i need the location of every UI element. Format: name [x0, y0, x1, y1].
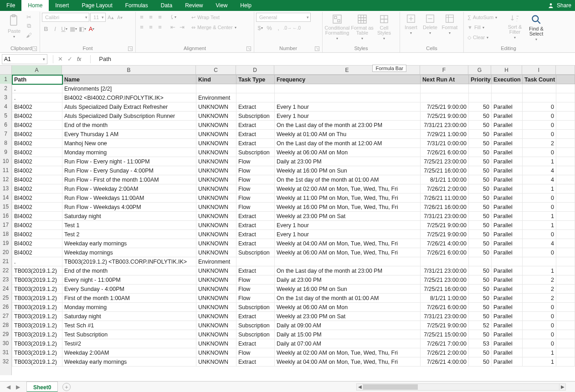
cell[interactable]: Extract: [236, 121, 275, 130]
cell[interactable]: 50: [469, 312, 492, 321]
cell[interactable]: Flow: [236, 184, 275, 193]
cell[interactable]: 2: [523, 294, 556, 303]
cell[interactable]: TB003(2019.1.2): [12, 275, 62, 285]
cell[interactable]: UNKNOWN: [196, 102, 236, 112]
cell[interactable]: 50: [469, 175, 492, 184]
cell[interactable]: Monday morning: [62, 303, 196, 312]
cell[interactable]: [236, 257, 275, 266]
row-header[interactable]: 2: [0, 84, 12, 93]
cell[interactable]: [523, 93, 556, 102]
cell[interactable]: UNKNOWN: [196, 294, 236, 303]
row-header[interactable]: 9: [0, 148, 12, 157]
cell[interactable]: Parallel: [492, 285, 523, 294]
font-size-combo[interactable]: 11: [90, 13, 106, 22]
cell[interactable]: Flow: [236, 166, 275, 175]
cell[interactable]: TB003(2019.1.2): [12, 321, 62, 330]
align-center-button[interactable]: ≡: [147, 23, 155, 31]
number-format-combo[interactable]: General: [256, 13, 311, 22]
cell[interactable]: TB003(2019.1.2): [12, 339, 62, 348]
cell[interactable]: UNKNOWN: [196, 239, 236, 248]
merge-center-button[interactable]: ⇔Merge & Center▾: [190, 23, 238, 32]
cell[interactable]: Extract: [236, 139, 275, 148]
row-header[interactable]: 15: [0, 202, 12, 211]
cell[interactable]: Flow: [236, 348, 275, 357]
cell[interactable]: .: [12, 257, 62, 266]
cell[interactable]: Every 1 hour: [275, 102, 421, 112]
increase-decimal-button[interactable]: .0→: [283, 24, 292, 32]
cell[interactable]: BI4002: [12, 212, 62, 221]
cell[interactable]: TB003(2019.1.2): [12, 357, 62, 367]
cell[interactable]: TB003(2019.1.2): [12, 266, 62, 275]
cell[interactable]: 50: [469, 112, 492, 121]
cell[interactable]: BI4002: [12, 203, 62, 212]
cell[interactable]: [492, 84, 523, 93]
cell[interactable]: 7/31/21 0:00:00: [421, 139, 469, 148]
cell[interactable]: 50: [469, 148, 492, 157]
cell[interactable]: Flow: [236, 203, 275, 212]
cell[interactable]: On the Last day of the month at 12:00 AM: [275, 139, 421, 148]
cell[interactable]: BI4002: [12, 184, 62, 193]
cell[interactable]: UNKNOWN: [196, 275, 236, 285]
menu-tab-home[interactable]: Home: [21, 0, 49, 11]
cell[interactable]: 50: [469, 139, 492, 148]
menu-tab-formulas[interactable]: Formulas: [119, 0, 154, 11]
cell[interactable]: Weekly at 06:00 AM on Mon, Tue, Wed, Thu…: [275, 248, 421, 257]
cell[interactable]: 0: [523, 148, 556, 157]
cell[interactable]: 8/1/21 1:00:00: [421, 175, 469, 184]
cell[interactable]: 50: [469, 239, 492, 248]
align-top-button[interactable]: ≡: [138, 13, 146, 21]
cell[interactable]: [275, 257, 421, 266]
cell[interactable]: Weekly at 01:00 AM on Thu: [275, 130, 421, 139]
cell[interactable]: 50: [469, 130, 492, 139]
cell[interactable]: 50: [469, 348, 492, 357]
menu-tab-view[interactable]: View: [210, 0, 234, 11]
decrease-indent-button[interactable]: ⇤: [169, 23, 177, 31]
conditional-formatting-button[interactable]: Conditional Formatting▾: [324, 13, 350, 41]
row-header[interactable]: 10: [0, 157, 12, 166]
menu-tab-insert[interactable]: Insert: [49, 0, 75, 11]
cell[interactable]: 7/26/21 6:00:00: [421, 248, 469, 257]
cell[interactable]: 0: [523, 312, 556, 321]
orientation-button[interactable]: ⤹▾: [169, 13, 177, 21]
cell[interactable]: UNKNOWN: [196, 248, 236, 257]
hscroll-right[interactable]: ▶: [559, 384, 565, 390]
cell[interactable]: [469, 84, 492, 93]
row-header[interactable]: 16: [0, 211, 12, 220]
cell[interactable]: On the Last day of the month at 23:00 PM: [275, 266, 421, 275]
cell[interactable]: BI4002 <BI4002.CORP.INFOLYTIK.IK>: [62, 93, 196, 102]
cell[interactable]: Subscription: [236, 303, 275, 312]
cell[interactable]: TB003(2019.1.2): [12, 330, 62, 339]
cell[interactable]: End of the month: [62, 121, 196, 130]
cell[interactable]: 7/26/21 2:00:00: [421, 348, 469, 357]
column-header-B[interactable]: B: [62, 66, 196, 74]
cell[interactable]: Subscription: [236, 112, 275, 121]
cell[interactable]: 50: [469, 230, 492, 239]
cell[interactable]: 0: [523, 339, 556, 348]
bold-button[interactable]: B: [42, 25, 50, 33]
header-cell[interactable]: Task Type: [236, 75, 275, 84]
cell[interactable]: Every 1 hour: [275, 112, 421, 121]
cell[interactable]: Extract: [236, 312, 275, 321]
cell[interactable]: [196, 84, 236, 93]
cell[interactable]: Daily at 23:00 PM: [275, 157, 421, 166]
cell[interactable]: Weekly at 04:00 AM on Mon, Tue, Wed, Thu…: [275, 239, 421, 248]
cell[interactable]: Daily at 07:00 AM: [275, 339, 421, 348]
row-header[interactable]: [0, 366, 12, 375]
cell[interactable]: 0: [523, 112, 556, 121]
cell[interactable]: [275, 93, 421, 102]
cell-styles-button[interactable]: Cell Styles▾: [375, 13, 394, 41]
menu-tab-data[interactable]: Data: [154, 0, 179, 11]
column-header-A[interactable]: A: [12, 66, 62, 74]
cell[interactable]: Weekly at 11:00 PM on Mon, Tue, Wed, Thu…: [275, 193, 421, 203]
cell[interactable]: BI4002: [12, 193, 62, 203]
cell[interactable]: Run Flow - First of the month 1:00AM: [62, 175, 196, 184]
cell[interactable]: Saturday night: [62, 212, 196, 221]
cell[interactable]: 7/25/21 9:00:00: [421, 112, 469, 121]
cell[interactable]: First of the month 1:00AM: [62, 294, 196, 303]
menu-tab-help[interactable]: Help: [234, 0, 258, 11]
cell[interactable]: 4: [523, 175, 556, 184]
cell[interactable]: 0: [523, 193, 556, 203]
accept-formula-button[interactable]: ✓: [67, 56, 72, 62]
cell[interactable]: Extract: [236, 221, 275, 230]
cell[interactable]: 0: [523, 203, 556, 212]
